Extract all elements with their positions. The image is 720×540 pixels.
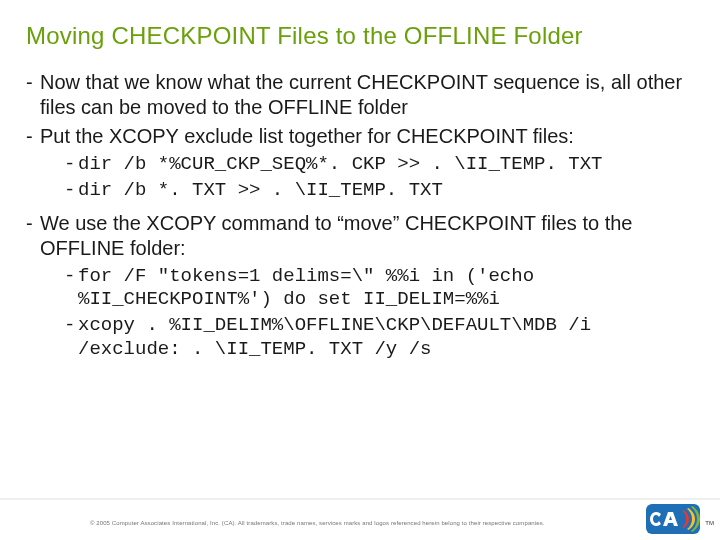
slide-title: Moving CHECKPOINT Files to the OFFLINE F… <box>26 22 694 50</box>
bullet-2-code-list: dir /b *%CUR_CKP_SEQ%*. CKP >> . \II_TEM… <box>40 153 694 203</box>
code-line: dir /b *%CUR_CKP_SEQ%*. CKP >> . \II_TEM… <box>64 153 694 177</box>
trademark-label: TM <box>705 520 714 526</box>
bullet-3: We use the XCOPY command to “move” CHECK… <box>26 211 694 362</box>
code-line: xcopy . %II_DELIM%\OFFLINE\CKP\DEFAULT\M… <box>64 314 694 362</box>
footer-divider <box>0 498 720 500</box>
bullet-list: Now that we know what the current CHECKP… <box>26 70 694 362</box>
bullet-3-text: We use the XCOPY command to “move” CHECK… <box>40 212 632 259</box>
bullet-1-text: Now that we know what the current CHECKP… <box>40 71 682 118</box>
code-line: for /F "tokens=1 delims=\" %%i in ('echo… <box>64 265 694 313</box>
copyright-text: © 2005 Computer Associates International… <box>90 520 590 526</box>
code-text: for /F "tokens=1 delims=\" %%i in ('echo… <box>78 265 534 311</box>
code-text: dir /b *%CUR_CKP_SEQ%*. CKP >> . \II_TEM… <box>78 153 603 175</box>
code-line: dir /b *. TXT >> . \II_TEMP. TXT <box>64 179 694 203</box>
footer: © 2005 Computer Associates International… <box>0 498 720 540</box>
ca-logo-icon <box>646 500 700 538</box>
code-text: dir /b *. TXT >> . \II_TEMP. TXT <box>78 179 443 201</box>
ca-logo <box>646 500 700 538</box>
bullet-2-text: Put the XCOPY exclude list together for … <box>40 125 574 147</box>
bullet-3-code-list: for /F "tokens=1 delims=\" %%i in ('echo… <box>40 265 694 362</box>
bullet-1: Now that we know what the current CHECKP… <box>26 70 694 120</box>
slide: Moving CHECKPOINT Files to the OFFLINE F… <box>0 0 720 540</box>
bullet-2: Put the XCOPY exclude list together for … <box>26 124 694 203</box>
code-text: xcopy . %II_DELIM%\OFFLINE\CKP\DEFAULT\M… <box>78 314 591 360</box>
